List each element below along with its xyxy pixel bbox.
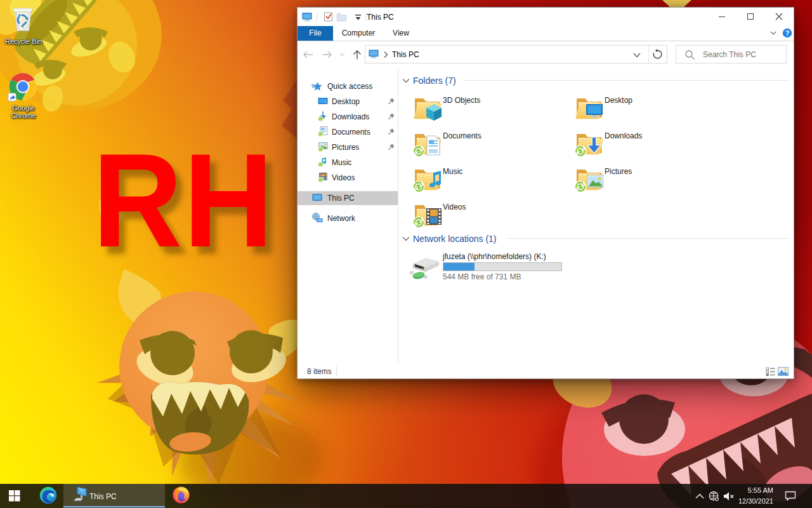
svg-text:?: ?	[785, 29, 790, 37]
